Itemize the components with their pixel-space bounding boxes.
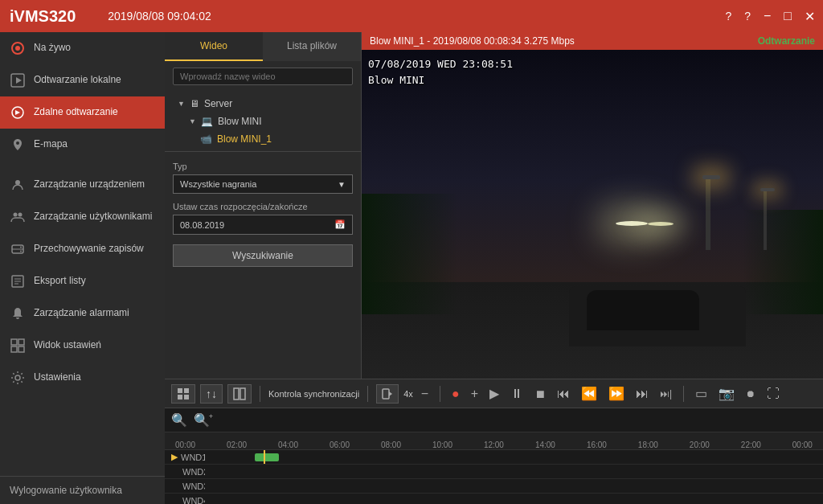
tab-video[interactable]: Wideo — [165, 32, 263, 61]
toolbar-sep-4 — [683, 386, 684, 402]
frame-back-button[interactable]: ⏮ — [554, 385, 573, 403]
track-wnd1-name: WND1 — [181, 453, 207, 462]
settings-icon — [10, 370, 26, 386]
record-clip-button[interactable]: ⏺ — [743, 387, 759, 401]
timeline-ruler: 00:00 02:00 04:00 06:00 08:00 10:00 12:0… — [165, 432, 823, 450]
storage-icon — [10, 241, 26, 257]
fullscreen-button[interactable]: ⛶ — [764, 385, 783, 403]
sidebar-item-emap-label: E-mapa — [34, 138, 68, 151]
sidebar-item-local-playback[interactable]: Odtwarzanie lokalne — [0, 64, 165, 96]
sidebar-item-settings[interactable]: Ustawienia — [0, 362, 165, 394]
left-panel: Wideo Lista plików ▼ 🖥 Server ▼ 💻 Bl — [165, 32, 362, 379]
record-icon-button[interactable] — [376, 384, 399, 404]
sort-button[interactable]: ↑↓ — [200, 384, 223, 404]
video-header: Blow MINI_1 - 2019/08/08 00:08:34 3.275 … — [362, 32, 823, 50]
sidebar-item-user-mgmt[interactable]: Zarządzanie użytkownikami — [0, 201, 165, 233]
track-wnd2-label: WND2 — [165, 467, 205, 477]
track-wnd1-content — [205, 450, 823, 464]
timeline-zoom-out-button[interactable]: 🔍 — [171, 412, 187, 428]
sidebar: Na żywo Odtwarzanie lokalne Zdalne odtwa… — [0, 32, 165, 504]
svg-rect-27 — [383, 389, 389, 399]
sidebar-item-export[interactable]: Eksport listy — [0, 265, 165, 297]
ruler-marks: 00:00 02:00 04:00 06:00 08:00 10:00 12:0… — [171, 440, 817, 449]
remote-playback-icon — [10, 104, 26, 121]
speed-value: 4x — [403, 389, 413, 399]
sidebar-item-remote-playback[interactable]: Zdalne odtwarzanie — [0, 96, 165, 129]
svg-rect-19 — [18, 346, 24, 352]
speed-increase-button[interactable]: + — [468, 385, 481, 403]
track-wnd3[interactable]: WND3 — [165, 479, 823, 494]
track-wnd4[interactable]: WND4 — [165, 494, 823, 504]
tab-files[interactable]: Lista plików — [263, 32, 361, 61]
rewind-button[interactable]: ⏪ — [578, 384, 600, 403]
track-wnd2[interactable]: WND2 — [165, 465, 823, 479]
stop-button[interactable]: ⏹ — [531, 386, 549, 402]
device-label: Blow MINI — [218, 116, 262, 127]
sidebar-item-view-label: Widok ustawień — [34, 339, 101, 352]
grid-button[interactable] — [227, 384, 252, 404]
track-wnd3-label: WND3 — [165, 481, 205, 491]
clip-button[interactable]: ▭ — [692, 384, 710, 403]
tree-item-device[interactable]: ▼ 💻 Blow MINI — [165, 113, 361, 130]
timeline-tracks: ▶ WND1 WND2 WND3 — [165, 450, 823, 504]
export-icon — [10, 273, 26, 289]
ruler-mark-2: 04:00 — [278, 440, 298, 449]
timeline-zoom-in-button[interactable]: 🔍+ — [194, 412, 210, 428]
sidebar-item-alarms[interactable]: Zarządzanie alarmami — [0, 297, 165, 330]
content-top: Wideo Lista plików ▼ 🖥 Server ▼ 💻 Bl — [165, 32, 823, 379]
ruler-mark-6: 12:00 — [484, 440, 504, 449]
track-wnd1[interactable]: ▶ WND1 — [165, 450, 823, 465]
search-button[interactable]: Wyszukiwanie — [173, 244, 353, 267]
type-filter-select[interactable]: Wszystkie nagrania ▼ — [173, 174, 353, 194]
video-overlay: 07/08/2019 WED 23:08:51 Blow MINI — [368, 56, 513, 88]
sidebar-item-remote-label: Zdalne odtwarzanie — [34, 106, 118, 119]
speed-decrease-button[interactable]: − — [418, 385, 432, 403]
sidebar-item-emap[interactable]: E-mapa — [0, 129, 165, 161]
panel-tabs: Wideo Lista plików — [165, 32, 361, 61]
speed-control: 4x — [403, 389, 413, 399]
emap-icon — [10, 137, 26, 153]
ruler-mark-7: 14:00 — [535, 440, 555, 449]
calendar-icon: 📅 — [334, 219, 346, 230]
end-button[interactable]: ⏭| — [657, 387, 675, 401]
ruler-mark-12: 00:00 — [792, 440, 813, 449]
play-button[interactable]: ▶ — [486, 384, 502, 403]
server-icon: 🖥 — [190, 98, 199, 109]
sidebar-item-device-mgmt[interactable]: Zarządzanie urządzeniem — [0, 169, 165, 201]
device-icon: 💻 — [201, 116, 213, 127]
date-filter-input[interactable]: 08.08.2019 📅 — [173, 215, 353, 235]
app-title: iVMS320 — [10, 7, 76, 26]
info-icon[interactable]: ? — [744, 10, 751, 23]
logout-button[interactable]: Wylogowanie użytkownika — [0, 476, 165, 504]
toolbar-sep-2 — [367, 386, 368, 402]
local-playback-icon — [10, 72, 26, 88]
layout-toggle-button[interactable] — [171, 384, 195, 404]
main-layout: Na żywo Odtwarzanie lokalne Zdalne odtwa… — [0, 32, 823, 504]
datetime-display: 2019/08/08 09:04:02 — [108, 10, 211, 23]
help-icon[interactable]: ? — [725, 10, 731, 23]
snapshot-button[interactable]: 📷 — [715, 384, 738, 403]
sidebar-item-live[interactable]: Na żywo — [0, 32, 165, 64]
next-frame-button[interactable]: ⏭ — [633, 385, 652, 403]
fastfwd-button[interactable]: ⏩ — [605, 384, 628, 403]
search-input[interactable] — [173, 68, 353, 85]
tree-item-server[interactable]: ▼ 🖥 Server — [165, 95, 361, 113]
svg-rect-23 — [178, 395, 182, 400]
close-button[interactable]: ✕ — [805, 9, 815, 24]
sidebar-item-settings-label: Ustawienia — [34, 371, 81, 384]
svg-rect-21 — [178, 388, 182, 393]
sidebar-item-storage[interactable]: Przechowywanie zapisów — [0, 233, 165, 265]
ruler-mark-4: 08:00 — [381, 440, 401, 449]
minimize-button[interactable]: − — [764, 9, 771, 23]
sidebar-item-view-settings[interactable]: Widok ustawień — [0, 330, 165, 362]
maximize-button[interactable]: □ — [784, 9, 792, 23]
tree-item-camera[interactable]: 📹 Blow MINI_1 — [165, 130, 361, 148]
timeline: 🔍 🔍+ 00:00 02:00 04:00 06:00 08:00 10:00… — [165, 408, 823, 504]
live-icon — [10, 40, 26, 56]
pause-button[interactable]: ⏸ — [507, 385, 526, 403]
video-title: Blow MINI_1 - 2019/08/08 00:08:34 3.275 … — [370, 35, 575, 47]
track-wnd3-content — [205, 479, 823, 493]
svg-point-6 — [14, 213, 18, 217]
content-area: Wideo Lista plików ▼ 🖥 Server ▼ 💻 Bl — [165, 32, 823, 504]
video-frame[interactable]: 07/08/2019 WED 23:08:51 Blow MINI — [362, 50, 823, 379]
